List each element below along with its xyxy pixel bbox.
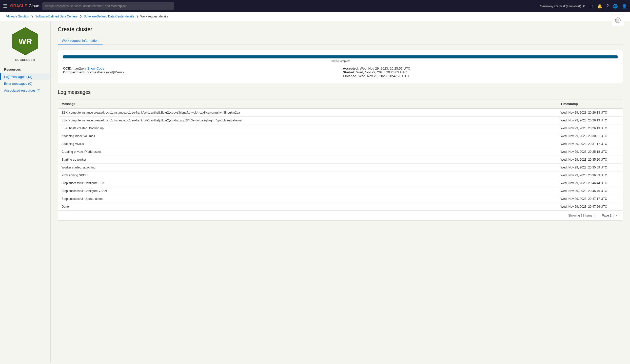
table-row: ESXi compute instance created: ocid1.ins… <box>58 109 623 117</box>
timestamp-cell: Wed, Nov 29, 2023, 20:26:13 UTC <box>557 109 623 117</box>
col-message: Message <box>58 99 557 109</box>
sidebar-item-log-messages[interactable]: Log messages (13) <box>0 73 50 80</box>
timestamp-cell: Wed, Nov 29, 2023, 20:26:13 UTC <box>557 117 623 124</box>
help-grid-icon <box>615 17 621 23</box>
progress-label: 100% Complete <box>63 59 618 62</box>
timestamp-cell: Wed, Nov 29, 2023, 20:35:59 UTC <box>557 164 623 172</box>
show-ocid-link[interactable]: Show <box>87 67 95 70</box>
sidebar-logo: WR SUCCEEDED <box>0 26 50 68</box>
ocid-label: OCID: <box>63 67 72 70</box>
table-row: Attaching VNICs Wed, Nov 29, 2023, 20:31… <box>58 140 623 148</box>
bell-icon[interactable]: 🔔 <box>597 4 602 9</box>
info-grid: OCID: ...er2uka Show Copy Compartment: o… <box>63 67 618 78</box>
compartment-label: Compartment: <box>63 70 86 74</box>
ocid-row: OCID: ...er2uka Show Copy <box>63 67 338 70</box>
cloud-shell-icon[interactable]: ▢ <box>589 4 593 9</box>
help-icon[interactable]: ? <box>606 4 609 8</box>
search-input[interactable] <box>42 2 174 10</box>
table-row: Creating private IP addresses Wed, Nov 2… <box>58 148 623 156</box>
user-avatar-icon[interactable]: 👤 <box>622 4 627 9</box>
globe-icon[interactable]: 🌐 <box>613 4 618 9</box>
main-content: Create cluster Work request information … <box>51 21 630 363</box>
compartment-value: ocvptestbeta (root)/Demo <box>87 70 124 74</box>
message-cell: ESXi compute instance created: ocid1.ins… <box>58 117 557 124</box>
timestamp-cell: Wed, Nov 29, 2023, 20:35:20 UTC <box>557 156 623 164</box>
status-badge: SUCCEEDED <box>15 58 35 61</box>
table-row: Provisioning SDDC Wed, Nov 29, 2023, 20:… <box>58 172 623 179</box>
accepted-value: Wed, Nov 29, 2023, 20:25:57 UTC <box>360 67 410 70</box>
main-layout: WR SUCCEEDED Resources Log messages (13)… <box>0 21 630 363</box>
finished-row: Finished: Wed, Nov 29, 2023, 20:47:26 UT… <box>343 74 618 78</box>
svg-point-3 <box>617 19 617 20</box>
hamburger-menu-icon[interactable]: ☰ <box>3 3 7 9</box>
oracle-logo: ORACLE Cloud <box>10 4 39 8</box>
timestamp-cell: Wed, Nov 29, 2023, 20:46:46 UTC <box>557 187 623 195</box>
finished-label: Finished: <box>343 74 358 78</box>
showing-items-label: Showing 13 items <box>568 214 592 217</box>
message-cell: Done <box>58 203 557 211</box>
breadcrumb-vmware[interactable]: VMware Solution <box>6 15 29 18</box>
breadcrumb-sep-2: ❯ <box>80 15 82 18</box>
cloud-text: Cloud <box>29 4 40 8</box>
timestamp-cell: Wed, Nov 29, 2023, 20:35:18 UTC <box>557 148 623 156</box>
tab-bar: Work request information <box>58 37 623 45</box>
message-cell: Attaching Block Volumes <box>58 132 557 140</box>
table-header-row: Message Timestamp <box>58 99 623 109</box>
finished-value: Wed, Nov 29, 2023, 20:47:26 UTC <box>359 74 409 78</box>
breadcrumb-sep-3: ❯ <box>136 15 139 18</box>
oracle-text: ORACLE <box>10 4 27 8</box>
copy-ocid-link[interactable]: Copy <box>96 67 104 70</box>
table-row: Worker started, attaching Wed, Nov 29, 2… <box>58 164 623 172</box>
table-row: Step successful: Configure ESXi Wed, Nov… <box>58 179 623 187</box>
progress-bar-bg <box>63 55 618 58</box>
timestamp-cell: Wed, Nov 29, 2023, 20:47:17 UTC <box>557 195 623 203</box>
table-row: Done Wed, Nov 29, 2023, 20:47:26 UTC <box>58 203 623 211</box>
sidebar-item-associated-resources[interactable]: Associated resources (4) <box>0 87 50 94</box>
breadcrumb-sddc-list[interactable]: Software-Defined Data Centers <box>35 15 77 18</box>
page-title: Create cluster <box>58 26 623 33</box>
sidebar-item-error-messages[interactable]: Error messages (0) <box>0 80 50 87</box>
resources-section-title: Resources <box>0 68 50 73</box>
timestamp-cell: Wed, Nov 29, 2023, 20:47:26 UTC <box>557 203 623 211</box>
accepted-row: Accepted: Wed, Nov 29, 2023, 20:25:57 UT… <box>343 67 618 70</box>
table-row: Step successful: Configure VSAN Wed, Nov… <box>58 187 623 195</box>
svg-point-11 <box>619 21 619 22</box>
prev-page-button[interactable]: ‹ <box>594 213 600 218</box>
timestamp-cell: Wed, Nov 29, 2023, 20:30:31 UTC <box>557 132 623 140</box>
next-page-button[interactable]: › <box>614 213 619 218</box>
tab-work-request-info[interactable]: Work request information <box>58 37 103 45</box>
svg-point-4 <box>618 19 618 20</box>
info-right: Accepted: Wed, Nov 29, 2023, 20:25:57 UT… <box>343 67 618 78</box>
col-timestamp: Timestamp <box>557 99 623 109</box>
breadcrumb-sddc-detail[interactable]: Software-Defined Data Center details <box>84 15 134 18</box>
accepted-label: Accepted: <box>343 67 359 70</box>
started-value: Wed, Nov 29, 2023, 20:26:03 UTC <box>356 70 407 74</box>
log-messages-table: Message Timestamp ESXi compute instance … <box>58 99 623 211</box>
table-footer: Showing 13 items ‹ Page 1 › <box>58 211 623 221</box>
started-label: Started: <box>343 70 355 74</box>
compartment-row: Compartment: ocvptestbeta (root)/Demo <box>63 70 338 74</box>
table-row: Step successful: Update users Wed, Nov 2… <box>58 195 623 203</box>
message-cell: Step successful: Update users <box>58 195 557 203</box>
svg-point-9 <box>617 21 617 22</box>
region-selector[interactable]: Germany Central (Frankfurt) ▼ <box>540 4 585 8</box>
breadcrumb-sep-1: ❯ <box>31 15 33 18</box>
breadcrumb: VMware Solution ❯ Software-Defined Data … <box>0 12 630 21</box>
hexagon-svg-icon: WR <box>10 26 41 56</box>
svg-point-6 <box>617 20 617 21</box>
footer: Terms of Use and Privacy Cookie Preferen… <box>0 363 630 364</box>
sidebar: WR SUCCEEDED Resources Log messages (13)… <box>0 21 51 363</box>
work-request-info-card: 100% Complete OCID: ...er2uka Show Copy … <box>58 50 623 83</box>
progress-container: 100% Complete <box>63 55 618 62</box>
help-panel-button[interactable] <box>612 14 624 26</box>
info-left: OCID: ...er2uka Show Copy Compartment: o… <box>63 67 338 78</box>
svg-point-7 <box>618 20 618 21</box>
started-row: Started: Wed, Nov 29, 2023, 20:26:03 UTC <box>343 70 618 74</box>
timestamp-cell: Wed, Nov 29, 2023, 20:26:13 UTC <box>557 124 623 132</box>
chevron-down-icon: ▼ <box>582 4 585 8</box>
svg-point-5 <box>619 19 619 20</box>
message-cell: Starting up worker <box>58 156 557 164</box>
table-row: Starting up worker Wed, Nov 29, 2023, 20… <box>58 156 623 164</box>
nav-right: Germany Central (Frankfurt) ▼ ▢ 🔔 ? 🌐 👤 <box>540 4 627 9</box>
table-row: Attaching Block Volumes Wed, Nov 29, 202… <box>58 132 623 140</box>
